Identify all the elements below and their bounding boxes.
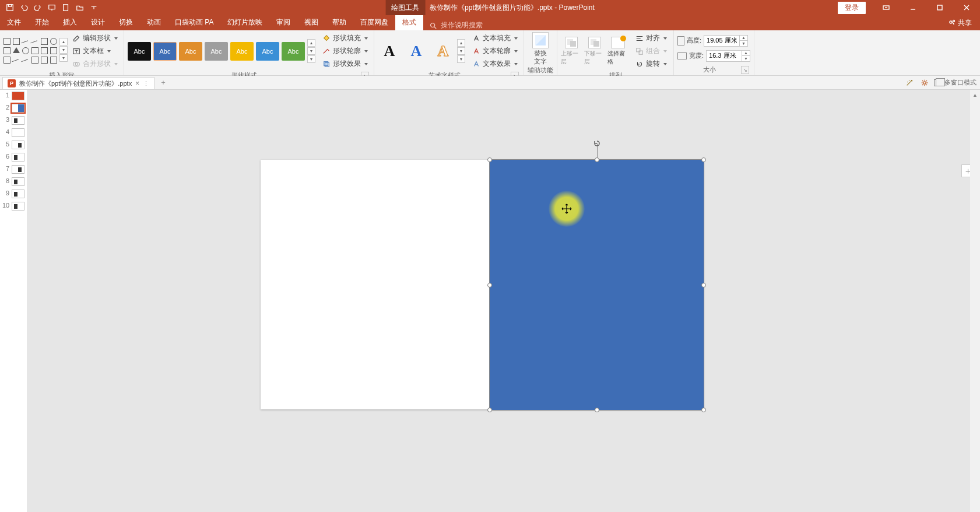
rotation-handle-icon[interactable] <box>592 139 602 148</box>
bring-forward-button[interactable]: 上移一层 <box>561 37 582 66</box>
alt-text-button[interactable]: 替换 文字 <box>528 32 553 65</box>
wordart-swatch[interactable]: A <box>378 40 401 62</box>
spin-down-icon[interactable]: ▼ <box>739 41 747 46</box>
svg-rect-1 <box>8 5 11 7</box>
vertical-scrollbar[interactable]: ▲ <box>970 90 980 512</box>
scroll-up-icon[interactable]: ▲ <box>970 90 980 100</box>
tab-视图[interactable]: 视图 <box>297 15 325 30</box>
style-swatch[interactable]: Abc <box>179 42 202 61</box>
selection-pane-button[interactable]: 选择窗格 <box>607 37 628 66</box>
ribbon-options-icon[interactable] <box>873 0 900 15</box>
resize-handle[interactable] <box>487 283 492 287</box>
wordart-gallery-spinner[interactable]: ▴▾▾ <box>457 39 465 63</box>
align-button[interactable]: 对齐 <box>633 32 669 44</box>
rotate-button[interactable]: 旋转 <box>633 58 669 70</box>
shapes-gallery[interactable] <box>3 38 58 65</box>
style-swatch[interactable]: Abc <box>205 42 228 61</box>
style-swatch[interactable]: Abc <box>256 42 279 61</box>
spin-up-icon[interactable]: ▲ <box>742 51 750 57</box>
resize-handle[interactable] <box>701 283 706 287</box>
tab-格式[interactable]: 格式 <box>395 15 423 30</box>
slide-number: 10 <box>2 202 9 209</box>
width-icon <box>677 52 687 59</box>
slide-thumbnail[interactable]: 5 <box>0 139 27 151</box>
style-swatch[interactable]: Abc <box>153 42 177 61</box>
dialog-launcher-icon[interactable]: ↘ <box>741 66 749 74</box>
spin-up-icon[interactable]: ▲ <box>739 36 747 41</box>
slide-thumbnail[interactable]: 2 <box>0 102 27 114</box>
shape-fill-button[interactable]: 形状填充 <box>320 32 370 44</box>
shape-outline-button[interactable]: 形状轮廓 <box>320 45 370 57</box>
style-gallery-spinner[interactable]: ▴▾▾ <box>307 39 315 63</box>
height-input[interactable]: ▲▼ <box>704 35 748 47</box>
slide-thumbnails-panel[interactable]: 12345678910 <box>0 90 28 512</box>
wordart-gallery[interactable]: AAA <box>378 40 455 62</box>
slide-thumbnail[interactable]: 10 <box>0 200 27 212</box>
present-icon[interactable] <box>45 1 58 14</box>
slide-thumbnail[interactable]: 3 <box>0 114 27 127</box>
new-tab-button[interactable]: ＋ <box>157 76 170 89</box>
tab-动画[interactable]: 动画 <box>140 15 168 30</box>
tab-开始[interactable]: 开始 <box>28 15 56 30</box>
slide-thumbnail[interactable]: 7 <box>0 163 27 176</box>
shape-effects-button[interactable]: 形状效果 <box>320 58 370 70</box>
width-input[interactable]: ▲▼ <box>706 50 750 62</box>
slide-thumbnail[interactable]: 6 <box>0 151 27 163</box>
tab-口袋动画 PA[interactable]: 口袋动画 PA <box>168 15 220 30</box>
maximize-icon[interactable] <box>926 0 953 15</box>
qat-more-icon[interactable] <box>87 1 100 14</box>
gear-icon[interactable] <box>919 77 930 89</box>
tell-me-search[interactable]: 操作说明搜索 <box>423 20 489 30</box>
tab-幻灯片放映[interactable]: 幻灯片放映 <box>220 15 269 30</box>
text-fill-button[interactable]: 文本填充 <box>470 32 520 44</box>
open-icon[interactable] <box>73 1 86 14</box>
tab-切换[interactable]: 切换 <box>112 15 140 30</box>
tab-审阅[interactable]: 审阅 <box>269 15 297 30</box>
close-icon[interactable] <box>953 0 980 15</box>
rectangle-shape[interactable] <box>490 160 704 410</box>
slide-canvas[interactable]: ＋ ▲ <box>28 90 980 512</box>
tab-文件[interactable]: 文件 <box>0 15 28 30</box>
text-box-button[interactable]: 文本框 <box>70 45 120 57</box>
resize-handle[interactable] <box>701 157 706 162</box>
tab-百度网盘[interactable]: 百度网盘 <box>353 15 395 30</box>
multi-window-button[interactable]: 多窗口模式 <box>934 78 977 87</box>
wordart-swatch[interactable]: A <box>405 40 428 62</box>
share-button[interactable]: 共享 <box>945 15 975 30</box>
tab-more-icon[interactable]: ⋮ <box>143 80 149 87</box>
edit-shape-button[interactable]: 编辑形状 <box>70 32 120 44</box>
slide-thumbnail[interactable]: 9 <box>0 188 27 200</box>
minimize-icon[interactable] <box>900 0 926 15</box>
magic-icon[interactable] <box>904 77 915 89</box>
redo-icon[interactable] <box>31 1 44 14</box>
document-tab[interactable]: 教你制作《ppt制作创意图片功能》.pptx × ⋮ <box>2 77 154 89</box>
undo-icon[interactable] <box>17 1 30 14</box>
resize-handle[interactable] <box>595 408 599 412</box>
selected-shape[interactable] <box>490 160 704 410</box>
style-swatch[interactable]: Abc <box>282 42 305 61</box>
shape-style-gallery[interactable]: AbcAbcAbcAbcAbcAbcAbc <box>128 42 305 61</box>
tab-帮助[interactable]: 帮助 <box>325 15 353 30</box>
style-swatch[interactable]: Abc <box>128 42 151 61</box>
slide-thumbnail[interactable]: 8 <box>0 176 27 188</box>
shapes-gallery-spinner[interactable]: ▴▾▾ <box>59 38 68 65</box>
save-icon[interactable] <box>3 1 16 14</box>
height-icon <box>677 36 684 45</box>
resize-handle[interactable] <box>701 408 706 412</box>
slide-thumbnail[interactable]: 1 <box>0 90 27 102</box>
tab-设计[interactable]: 设计 <box>84 15 112 30</box>
resize-handle[interactable] <box>487 408 492 412</box>
slide-thumbnail[interactable]: 4 <box>0 127 27 139</box>
text-effects-button[interactable]: 文本效果 <box>470 58 520 70</box>
close-tab-icon[interactable]: × <box>135 79 139 87</box>
spin-down-icon[interactable]: ▼ <box>742 56 750 61</box>
style-swatch[interactable]: Abc <box>230 42 254 61</box>
tab-插入[interactable]: 插入 <box>56 15 84 30</box>
resize-handle[interactable] <box>487 157 492 162</box>
login-button[interactable]: 登录 <box>838 2 866 14</box>
resize-handle[interactable] <box>595 157 599 162</box>
wordart-swatch[interactable]: A <box>431 40 455 62</box>
new-icon[interactable] <box>59 1 72 14</box>
text-outline-button[interactable]: 文本轮廓 <box>470 45 520 57</box>
send-backward-button[interactable]: 下移一层 <box>584 37 605 66</box>
